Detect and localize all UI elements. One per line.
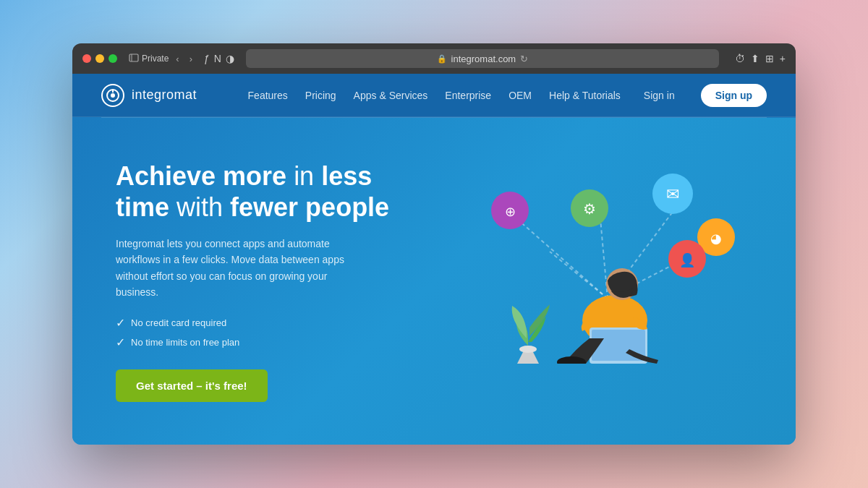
hero-section: Achieve more in less time with fewer peo… [72, 118, 796, 445]
badge1-text: No credit card required [131, 317, 226, 328]
svg-point-20 [519, 346, 537, 353]
address-bar[interactable]: 🔒 integromat.com ↻ [246, 49, 719, 68]
svg-text:⊕: ⊕ [505, 205, 516, 219]
svg-text:✉: ✉ [666, 185, 679, 203]
close-button[interactable] [82, 54, 91, 63]
browser-window: Private ‹ › ƒ N ◑ 🔒 integromat.com ↻ ⏱ ⬆… [72, 43, 796, 445]
nav-help-tutorials[interactable]: Help & Tutorials [549, 90, 621, 101]
forward-button[interactable]: › [187, 52, 195, 66]
signin-button[interactable]: Sign in [644, 90, 675, 101]
svg-text:👤: 👤 [679, 252, 696, 268]
hero-description: Integromat lets you connect apps and aut… [116, 236, 347, 301]
hero-illustration: ✉ ⚙ ◕ ⊕ 👤 [427, 118, 752, 445]
private-label: Private [142, 53, 169, 64]
share-icon[interactable]: ⬆ [751, 53, 760, 64]
badge-no-credit-card: ✓ No credit card required [116, 316, 427, 330]
maximize-button[interactable] [109, 54, 117, 63]
svg-point-3 [111, 93, 115, 98]
traffic-lights [82, 54, 117, 63]
new-tab-icon[interactable]: + [780, 53, 786, 64]
theme-icon: ◑ [226, 53, 234, 64]
history-icon[interactable]: ⏱ [735, 53, 745, 64]
nav-oem[interactable]: OEM [509, 90, 532, 101]
website-content: integromat Features Pricing Apps & Servi… [72, 74, 796, 445]
lock-icon: 🔒 [437, 54, 447, 64]
check-icon-2: ✓ [116, 335, 125, 349]
url-text: integromat.com [451, 53, 516, 64]
private-mode-badge: Private [129, 53, 169, 64]
illustration-svg: ✉ ⚙ ◕ ⊕ 👤 [463, 125, 752, 364]
hero-badges: ✓ No credit card required ✓ No time limi… [116, 316, 427, 349]
hero-title: Achieve more in less time with fewer peo… [116, 160, 427, 223]
check-icon-1: ✓ [116, 316, 125, 330]
browser-controls: Private ‹ › [129, 52, 195, 66]
back-button[interactable]: ‹ [173, 52, 182, 66]
logo-area: integromat [101, 84, 197, 107]
nav-links: Features Pricing Apps & Services Enterpr… [248, 84, 767, 107]
svg-rect-0 [129, 54, 138, 61]
svg-text:⚙: ⚙ [583, 201, 596, 217]
svg-line-8 [517, 219, 608, 299]
browser-titlebar: Private ‹ › ƒ N ◑ 🔒 integromat.com ↻ ⏱ ⬆… [72, 43, 796, 74]
badge2-text: No time limits on free plan [131, 337, 239, 348]
toolbar-icons: ƒ N ◑ [204, 53, 234, 64]
nav-features[interactable]: Features [248, 90, 288, 101]
svg-line-5 [550, 252, 608, 299]
badge-no-time-limits: ✓ No time limits on free plan [116, 335, 427, 349]
nav-enterprise[interactable]: Enterprise [445, 90, 491, 101]
logo-icon [101, 84, 124, 107]
grid-icon[interactable]: ⊞ [765, 53, 774, 64]
browser-actions: ⏱ ⬆ ⊞ + [735, 53, 786, 64]
script-icon: ƒ [204, 53, 210, 64]
nav-apps-services[interactable]: Apps & Services [354, 90, 428, 101]
signup-button[interactable]: Sign up [701, 84, 767, 107]
cta-button[interactable]: Get started – it's free! [116, 369, 268, 402]
navbar: integromat Features Pricing Apps & Servi… [72, 74, 796, 117]
svg-text:◕: ◕ [710, 231, 722, 246]
notion-icon: N [214, 53, 221, 64]
nav-pricing[interactable]: Pricing [305, 90, 336, 101]
minimize-button[interactable] [95, 54, 104, 63]
reload-icon: ↻ [520, 53, 528, 64]
hero-content: Achieve more in less time with fewer peo… [116, 160, 427, 403]
logo-text: integromat [132, 87, 197, 103]
